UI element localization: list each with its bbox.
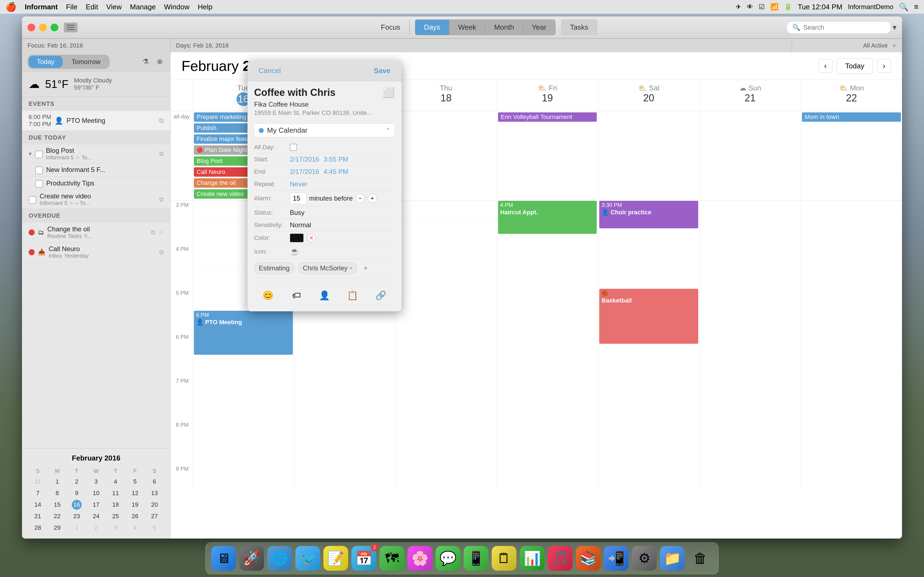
tasks-button[interactable]: Tasks: [561, 19, 597, 35]
search-input[interactable]: [803, 24, 880, 31]
create-video-more-button[interactable]: ⧉: [159, 196, 164, 203]
window-minimize-button[interactable]: [39, 24, 47, 31]
popup-repeat-value[interactable]: Never: [290, 180, 395, 188]
dock-safari[interactable]: 🌐: [267, 546, 292, 571]
mini-cal-day-mar-4[interactable]: 4: [126, 522, 144, 533]
dock-maps[interactable]: 🗺: [380, 546, 404, 571]
menu-view[interactable]: View: [107, 3, 122, 11]
popup-add-tag-button[interactable]: +: [361, 263, 371, 273]
dock-imessage[interactable]: 📱: [464, 546, 488, 571]
popup-link-action-button[interactable]: 🔗: [373, 287, 389, 304]
day-header-mon22[interactable]: ⛅ Mon 22: [801, 80, 902, 111]
cancel-button[interactable]: Cancel: [254, 65, 285, 77]
menu-edit[interactable]: Edit: [86, 3, 98, 11]
group-expand-icon[interactable]: ▾: [29, 150, 32, 158]
dock-notes[interactable]: 📝: [323, 546, 348, 571]
event-pto-meeting[interactable]: 6:00 PM 7:00 PM 👤 PTO Meeting ⧉: [22, 111, 170, 131]
dock-stickies[interactable]: 🗒: [492, 546, 517, 571]
event-copy-button[interactable]: ⧉: [159, 117, 164, 124]
menu-manage[interactable]: Manage: [130, 3, 156, 11]
mini-cal-day-8[interactable]: 8: [48, 488, 66, 498]
popup-allday-checkbox[interactable]: [290, 144, 297, 151]
event-haircut-grid[interactable]: 4 PM Haircut Appt.: [498, 201, 597, 234]
menu-window[interactable]: Window: [164, 3, 189, 11]
popup-tag-estimating[interactable]: Estimating: [254, 263, 294, 274]
focus-icon-button[interactable]: ⊕: [155, 57, 165, 67]
mini-cal-day-25[interactable]: 25: [107, 511, 125, 522]
mini-cal-day-28[interactable]: 28: [29, 522, 47, 533]
dock-informant[interactable]: 📅 2: [351, 546, 376, 571]
dock-appstore[interactable]: 📲: [604, 546, 628, 571]
due-item-productivity[interactable]: Productivity Tips: [22, 177, 170, 190]
tomorrow-tab[interactable]: Tomorrow: [63, 56, 108, 68]
today-nav-button[interactable]: Today: [837, 58, 873, 74]
month-view-button[interactable]: Month: [485, 20, 523, 35]
list-icon-menu[interactable]: ≡: [914, 2, 919, 11]
mini-cal-day-9[interactable]: 9: [67, 488, 86, 498]
mini-cal-day-mar-1[interactable]: 1: [67, 522, 86, 533]
today-tab[interactable]: Today: [29, 56, 63, 68]
mini-cal-day-24[interactable]: 24: [87, 511, 105, 522]
mini-cal-day-mar-5[interactable]: 5: [145, 522, 164, 533]
day-header-thu18[interactable]: Thu 18: [395, 80, 497, 111]
popup-start-time[interactable]: 3:55 PM: [324, 156, 348, 163]
mini-cal-day-20[interactable]: 20: [145, 500, 164, 510]
mini-cal-day-23[interactable]: 23: [67, 511, 86, 522]
popup-start-date[interactable]: 2/17/2016: [290, 156, 319, 163]
mini-cal-day-15[interactable]: 15: [48, 500, 66, 510]
popup-external-button[interactable]: ⬜: [383, 87, 395, 98]
event-basketball-grid[interactable]: 🏀 Basketball: [599, 289, 698, 344]
days-view-button[interactable]: Days: [415, 20, 449, 35]
mini-cal-day-14[interactable]: 14: [29, 500, 47, 510]
menu-file[interactable]: File: [66, 3, 78, 11]
dock-facetime[interactable]: 💬: [436, 546, 460, 571]
mini-cal-day-29[interactable]: 29: [48, 522, 66, 533]
focus-button[interactable]: Focus: [372, 20, 409, 35]
popup-emoji-action-button[interactable]: 😊: [260, 287, 276, 304]
mini-cal-day-16[interactable]: 16: [72, 500, 82, 510]
mini-cal-day-22[interactable]: 22: [48, 511, 66, 522]
popup-color-swatch[interactable]: [290, 234, 304, 242]
apple-menu[interactable]: 🍎: [5, 2, 16, 12]
mini-cal-day-13[interactable]: 13: [145, 488, 164, 498]
popup-alarm-plus-button[interactable]: +: [368, 194, 377, 203]
mini-cal-day-26[interactable]: 26: [126, 511, 144, 522]
event-choir-grid[interactable]: 3:30 PM 👤 Choir practice: [599, 201, 698, 228]
week-view-button[interactable]: Week: [449, 20, 485, 35]
due-item-create-video[interactable]: Create new video Informant 5 ○ – To... ⧉: [22, 190, 170, 209]
popup-color-clear-button[interactable]: ✕: [307, 234, 316, 242]
mini-cal-day-31[interactable]: 31: [29, 476, 47, 487]
window-close-button[interactable]: [27, 24, 35, 31]
sidebar-toggle-button[interactable]: [64, 23, 78, 32]
prev-button[interactable]: ‹: [819, 59, 832, 73]
create-video-checkbox[interactable]: [29, 196, 36, 204]
due-item-new-informant[interactable]: New Informant 5 F...: [22, 163, 170, 177]
dock-numbers[interactable]: 📊: [520, 546, 544, 571]
dock-launchpad[interactable]: 🚀: [239, 546, 264, 571]
allday-erin-volleyball[interactable]: Erin Volleyball Tournament: [498, 112, 597, 122]
mini-cal-day-18[interactable]: 18: [107, 500, 125, 510]
more-button[interactable]: ▾: [893, 23, 897, 32]
event-pto-meeting-grid[interactable]: 6 PM 👤 PTO Meeting: [194, 311, 293, 355]
call-neuro-more-button[interactable]: ⧉: [159, 249, 164, 256]
mini-cal-day-11[interactable]: 11: [107, 488, 125, 498]
save-button[interactable]: Save: [369, 65, 395, 77]
mini-cal-day-21[interactable]: 21: [29, 511, 47, 522]
mini-cal-day-3[interactable]: 3: [87, 476, 105, 487]
day-header-fri19[interactable]: ⛅ Fri 19: [497, 80, 598, 111]
mini-cal-day-mar-2[interactable]: 2: [87, 522, 105, 533]
mini-cal-day-2[interactable]: 2: [67, 476, 86, 487]
mini-cal-day-6[interactable]: 6: [145, 476, 164, 487]
dock-twitterrific[interactable]: 🐦: [296, 546, 320, 571]
mini-cal-day-4[interactable]: 4: [107, 476, 125, 487]
dock-itunes[interactable]: 🎵: [548, 546, 573, 571]
blog-post-more-button[interactable]: ⧉: [159, 150, 164, 158]
mini-cal-day-12[interactable]: 12: [126, 488, 144, 498]
popup-calendar-selector[interactable]: My Calendar ⌃: [254, 124, 395, 137]
filter-icon-button[interactable]: ⚗: [141, 57, 150, 67]
due-item-blog-post[interactable]: ▾ Blog Post Informant 5 ○ To... ⧉: [22, 145, 170, 163]
blog-post-checkbox[interactable]: [35, 151, 43, 158]
mini-cal-day-10[interactable]: 10: [87, 488, 105, 498]
productivity-checkbox[interactable]: [35, 180, 43, 188]
dock-photos[interactable]: 🌸: [407, 546, 432, 571]
